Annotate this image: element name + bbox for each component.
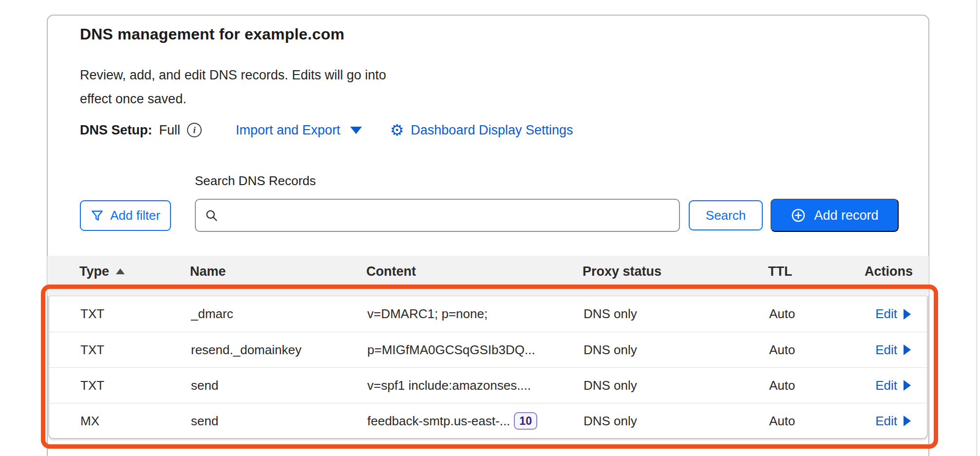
table-row: TXT _dmarc v=DMARC1; p=none; DNS only Au… — [49, 296, 927, 332]
chevron-down-icon — [350, 127, 362, 134]
edit-label: Edit — [875, 342, 897, 358]
page-title-prefix: DNS management for — [80, 25, 245, 43]
search-icon — [205, 209, 218, 222]
import-export-label: Import and Export — [236, 123, 340, 138]
cell-type: TXT — [80, 306, 191, 322]
chevron-right-icon — [904, 309, 911, 320]
info-circle-icon[interactable]: i — [187, 123, 202, 137]
chevron-right-icon — [904, 344, 911, 355]
cell-ttl: Auto — [769, 306, 861, 322]
dns-records-table: TXT _dmarc v=DMARC1; p=none; DNS only Au… — [48, 296, 928, 439]
cell-name: send — [191, 378, 367, 393]
cell-proxy-status: DNS only — [584, 378, 769, 393]
column-header-content[interactable]: Content — [366, 264, 583, 296]
sort-ascending-icon — [116, 268, 125, 274]
edit-record-link[interactable]: Edit — [861, 342, 911, 358]
search-dns-records-label: Search DNS Records — [195, 173, 316, 189]
table-row: MX send feedback-smtp.us-east-... 10 DNS… — [49, 403, 927, 438]
filter-funnel-icon — [91, 209, 104, 222]
add-record-button[interactable]: Add record — [771, 199, 899, 232]
search-input-container[interactable] — [195, 199, 680, 232]
table-row: TXT send v=spf1 include:amazonses.... DN… — [49, 367, 927, 403]
viewport-edge-divider — [976, 0, 978, 456]
table-row: TXT resend._domainkey p=MIGfMA0GCSqGSIb3… — [49, 332, 927, 367]
column-header-type[interactable]: Type — [79, 264, 190, 296]
edit-record-link[interactable]: Edit — [861, 378, 911, 393]
cell-content: v=spf1 include:amazonses.... — [367, 378, 584, 393]
cell-content: p=MIGfMA0GCSqGSIb3DQ... — [367, 342, 584, 358]
page-title-domain: example.com — [245, 25, 344, 43]
cell-name: _dmarc — [191, 306, 367, 322]
add-record-label: Add record — [814, 208, 878, 223]
cell-content: feedback-smtp.us-east-... 10 — [367, 412, 584, 430]
edit-record-link[interactable]: Edit — [861, 414, 911, 429]
add-filter-label: Add filter — [110, 208, 160, 223]
cell-ttl: Auto — [769, 378, 861, 393]
column-header-ttl[interactable]: TTL — [768, 264, 860, 296]
edit-label: Edit — [875, 306, 897, 322]
add-filter-button[interactable]: Add filter — [80, 200, 171, 231]
cell-name: resend._domainkey — [191, 342, 367, 358]
edit-record-link[interactable]: Edit — [861, 306, 911, 322]
search-button[interactable]: Search — [689, 200, 763, 230]
edit-label: Edit — [875, 378, 897, 393]
cell-content: v=DMARC1; p=none; — [367, 306, 584, 322]
cell-type: MX — [80, 414, 191, 429]
edit-label: Edit — [875, 414, 897, 429]
cell-proxy-status: DNS only — [584, 342, 769, 358]
dns-setup-value: Full — [159, 123, 181, 138]
cell-ttl: Auto — [769, 414, 861, 429]
cell-proxy-status: DNS only — [584, 414, 769, 429]
column-header-actions: Actions — [860, 264, 913, 296]
plus-circle-icon — [791, 208, 806, 223]
gear-icon: ⚙ — [390, 122, 404, 138]
dashboard-display-settings-link[interactable]: Dashboard Display Settings — [411, 123, 573, 138]
chevron-right-icon — [904, 380, 911, 391]
search-button-label: Search — [706, 208, 746, 223]
cell-name: send — [191, 414, 367, 429]
page-title: DNS management for example.com — [80, 25, 344, 43]
cell-type: TXT — [80, 342, 191, 358]
dns-setup-row: DNS Setup: Full i Import and Export ⚙ Da… — [80, 120, 573, 140]
column-header-proxy-status[interactable]: Proxy status — [583, 264, 768, 296]
dns-setup-label: DNS Setup: — [80, 123, 152, 138]
import-export-link[interactable]: Import and Export — [236, 123, 362, 138]
cell-type: TXT — [80, 378, 191, 393]
column-header-name[interactable]: Name — [190, 264, 366, 296]
mx-priority-badge: 10 — [514, 412, 537, 430]
cell-ttl: Auto — [769, 342, 861, 358]
page-subtitle: Review, add, and edit DNS records. Edits… — [80, 63, 411, 111]
chevron-right-icon — [904, 416, 911, 426]
table-header-row: Type Name Content Proxy status TTL Actio… — [47, 256, 929, 296]
search-input[interactable] — [224, 208, 670, 223]
cell-proxy-status: DNS only — [584, 306, 769, 322]
